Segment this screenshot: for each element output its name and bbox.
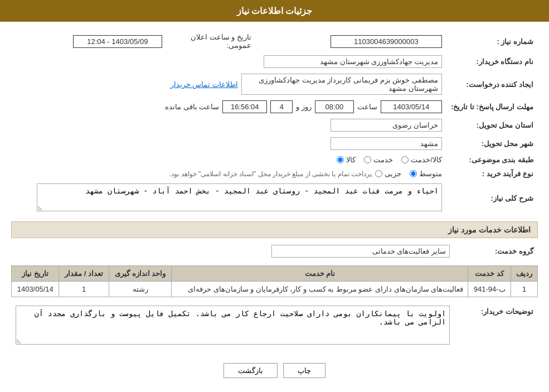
tarikh-elan-label: تاریخ و ساعت اعلان عمومی: (167, 30, 256, 52)
gorooh-value-cell: سایر فعالیت‌های خدماتی (11, 243, 454, 260)
cell-count: 1 (59, 282, 109, 297)
tozi-table: توضیحات خریدار: (11, 303, 538, 349)
nooe-value-cell: متوسط جزیی پرداخت تمام یا بخشی از مبلغ خ… (11, 167, 446, 181)
col-radif: ردیف (511, 266, 538, 282)
page-wrapper: جزئیات اطلاعات نیاز شماره نیاز : 1103004… (0, 0, 549, 392)
nooe-label: نوع فرآیند خرید : (446, 167, 538, 181)
table-row: 1 ب-94-941 فعالیت‌های سازمان‌های دارای ع… (12, 282, 538, 297)
tabaqe-value-cell: کالا/خدمت خدمت کالا (11, 153, 446, 167)
ij-value-cell: مصطفی خوش بزم فریمانی کاربرداز مدیریت جه… (11, 71, 446, 98)
radio-kala-input[interactable] (337, 156, 344, 163)
time-remaining: 16:56:04 (222, 100, 267, 113)
services-thead: ردیف کد خدمت نام خدمت واحد اندازه گیری ت… (12, 266, 538, 282)
radio-kala: کالا (337, 156, 356, 164)
dastgah-value: مدیریت جهادکشاورزی شهرستان مشهد (264, 55, 442, 68)
sharh-row: شرح کلی نیاز: (11, 181, 538, 216)
radio-jozi: جزیی (375, 170, 401, 178)
footer-buttons: چاپ بازگشت (11, 355, 538, 386)
tozi-textarea[interactable] (16, 306, 450, 345)
services-tbody: 1 ب-94-941 فعالیت‌های سازمان‌های دارای ع… (12, 282, 538, 297)
radio-khedmat: خدمت (364, 156, 393, 164)
shomara-row: شماره نیاز : 1103004639000003 تاریخ و سا… (11, 30, 538, 52)
services-header-row: ردیف کد خدمت نام خدمت واحد اندازه گیری ت… (12, 266, 538, 282)
radio-mota-input[interactable] (410, 170, 417, 177)
mohlat-label: مهلت ارسال پاسخ: تا تاریخ: (446, 98, 538, 116)
mohlat-row: مهلت ارسال پاسخ: تا تاریخ: 1403/05/14 سا… (11, 98, 538, 116)
shomara-label: شماره نیاز : (446, 30, 538, 52)
mohlat-value-cell: 1403/05/14 ساعت 08:00 روز و 4 16:56:04 س… (11, 98, 446, 116)
print-button[interactable]: چاپ (283, 363, 325, 378)
nooe-row: نوع فرآیند خرید : متوسط جزیی (11, 167, 538, 181)
tarikh-elan-value: 1403/05/09 - 12:04 (73, 35, 162, 48)
dastgah-label: نام دستگاه خریدار: (446, 52, 538, 71)
ij-row: ایجاد کننده درخواست: مصطفی خوش بزم فریما… (11, 71, 538, 98)
baqi-label: ساعت باقی مانده (165, 103, 219, 111)
mohlat-saat: 08:00 (315, 100, 354, 113)
radio-jozi-label: جزیی (385, 170, 401, 178)
content-area: شماره نیاز : 1103004639000003 تاریخ و سا… (0, 22, 549, 392)
gorooh-value: سایر فعالیت‌های خدماتی (271, 245, 450, 258)
main-info-table: شماره نیاز : 1103004639000003 تاریخ و سا… (11, 30, 538, 216)
gorooh-label: گروه خدمت: (454, 243, 538, 260)
tozi-label: توضیحات خریدار: (454, 303, 538, 349)
radio-mota: متوسط (410, 170, 442, 178)
tozi-value-cell (11, 303, 454, 349)
mohlat-date: 1403/05/14 (381, 100, 442, 113)
mohlat-inline: 1403/05/14 ساعت 08:00 روز و 4 16:56:04 س… (16, 100, 442, 113)
shahr-row: شهر محل تحویل: مشهد (11, 134, 538, 153)
back-button[interactable]: بازگشت (224, 363, 278, 378)
saat-label: ساعت (357, 103, 377, 111)
col-date: تاریخ نیاز (12, 266, 59, 282)
nooe-inline: متوسط جزیی پرداخت تمام یا بخشی از مبلغ خ… (16, 170, 442, 178)
radio-kala-khedmat: کالا/خدمت (401, 156, 442, 164)
sharh-textarea[interactable] (37, 183, 442, 211)
radio-khedmat-label: خدمت (373, 156, 393, 164)
sharh-label: شرح کلی نیاز: (446, 181, 538, 216)
sharh-value-cell (11, 181, 446, 216)
services-section-title: اطلاعات خدمات مورد نیاز (11, 221, 538, 238)
nooe-radio-group: متوسط جزیی (375, 170, 442, 178)
dastgah-row: نام دستگاه خریدار: مدیریت جهادکشاورزی شه… (11, 52, 538, 71)
cell-code: ب-94-941 (468, 282, 511, 297)
shahr-label: شهر محل تحویل: (446, 134, 538, 153)
shomara-value: 1103004639000003 (331, 35, 442, 48)
roz-value: 4 (270, 100, 293, 113)
ij-value: مصطفی خوش بزم فریمانی کاربرداز مدیریت جه… (241, 74, 442, 95)
nooe-note: پرداخت تمام یا بخشی از مبلغ خریدار محل "… (169, 170, 372, 178)
shomara-value-cell: 1103004639000003 (256, 30, 446, 52)
shahr-value-cell: مشهد (11, 134, 446, 153)
ostan-value: خراسان رضوی (331, 119, 442, 132)
radio-jozi-input[interactable] (375, 170, 382, 177)
cell-date: 1403/05/14 (12, 282, 59, 297)
ij-inline: مصطفی خوش بزم فریمانی کاربرداز مدیریت جه… (16, 74, 442, 95)
page-title: جزئیات اطلاعات نیاز (237, 6, 313, 16)
group-service-table: گروه خدمت: سایر فعالیت‌های خدماتی (11, 243, 538, 260)
cell-name: فعالیت‌های سازمان‌های دارای عضو مربوط به… (172, 282, 468, 297)
col-code: کد خدمت (468, 266, 511, 282)
roz-label: روز و (296, 103, 312, 111)
radio-kala-label: کالا (346, 156, 356, 164)
cell-unit: رشته (109, 282, 172, 297)
services-table: ردیف کد خدمت نام خدمت واحد اندازه گیری ت… (11, 265, 538, 297)
tabaqe-radio-group: کالا/خدمت خدمت کالا (337, 156, 442, 164)
ostan-label: استان محل تحویل: (446, 116, 538, 134)
shahr-value: مشهد (331, 137, 442, 150)
radio-kala-khedmat-label: کالا/خدمت (411, 156, 442, 164)
gorooh-row: گروه خدمت: سایر فعالیت‌های خدماتی (11, 243, 538, 260)
ostan-row: استان محل تحویل: خراسان رضوی (11, 116, 538, 134)
tabaqe-label: طبقه بندی موضوعی: (446, 153, 538, 167)
tarikh-elan-value-cell: 1403/05/09 - 12:04 (11, 30, 167, 52)
col-count: تعداد / مقدار (59, 266, 109, 282)
radio-khedmat-input[interactable] (364, 156, 371, 163)
col-name: نام خدمت (172, 266, 468, 282)
tozi-row: توضیحات خریدار: (11, 303, 538, 349)
ostan-value-cell: خراسان رضوی (11, 116, 446, 134)
dastgah-value-cell: مدیریت جهادکشاورزی شهرستان مشهد (11, 52, 446, 71)
page-header: جزئیات اطلاعات نیاز (0, 0, 549, 22)
radio-kala-khedmat-input[interactable] (401, 156, 409, 163)
ij-label: ایجاد کننده درخواست: (446, 71, 538, 98)
tabaqe-row: طبقه بندی موضوعی: کالا/خدمت خدمت کالا (11, 153, 538, 167)
radio-mota-label: متوسط (419, 170, 442, 178)
ettelaat-tamas-link[interactable]: اطلاعات تماس خریدار (171, 80, 238, 89)
col-unit: واحد اندازه گیری (109, 266, 172, 282)
